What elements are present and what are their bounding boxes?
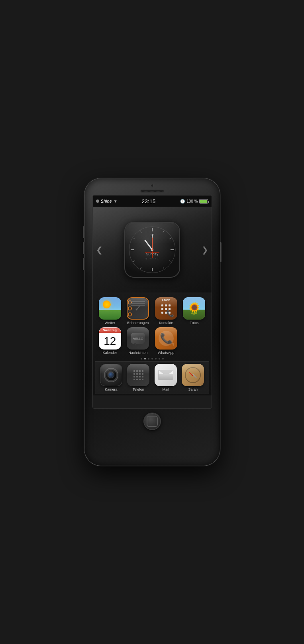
kontakte-top-label: ABCD [155, 299, 177, 302]
app-item-nachrichten[interactable]: HELLO Nachrichten [125, 327, 151, 355]
app-label-erinnerungen: Erinnerungen [127, 321, 149, 325]
alarm-icon: 🕐 [180, 199, 185, 203]
apps-grid: Wetter [95, 296, 209, 356]
phone-grid-dot [139, 370, 141, 372]
svg-line-6 [169, 238, 171, 239]
status-left: Shine ▼ [96, 199, 118, 203]
dock-grid: Kamera [97, 364, 208, 391]
page-dot-4 [151, 358, 153, 360]
phone-grid-dot [136, 373, 138, 375]
app-icon-kontakte: ABCD 📞 [155, 297, 177, 320]
envelope [158, 370, 173, 380]
app-icon-fotos: 🌻 [183, 297, 205, 320]
phone-grid-dot [139, 376, 141, 377]
clock-widget: 12 Sunday QUARTZ [124, 222, 180, 278]
app-icon-whatsapp: 📞 [155, 327, 177, 350]
phone-grid-dot [142, 376, 143, 377]
app-icon-nachrichten: HELLO [127, 327, 149, 350]
wetter-ground [99, 310, 121, 320]
page-dot-7 [162, 358, 164, 360]
speech-bubble: HELLO [131, 333, 145, 344]
phone-grid-dot [139, 373, 141, 375]
status-right: 🕐 100 % [180, 199, 208, 203]
apps-area: Wetter [93, 292, 212, 395]
app-label-wetter: Wetter [105, 321, 115, 325]
phone-grid-dot [136, 370, 138, 372]
app-item-whatsapp[interactable]: 📞 WhatsApp [153, 327, 180, 355]
phone-symbol: 📞 [166, 310, 174, 317]
app-icon-kalender: Sonntag 12 [99, 327, 121, 350]
app-label-nachrichten: Nachrichten [128, 351, 147, 355]
whatsapp-phone-icon: 📞 [160, 332, 173, 345]
page-dot-2 [144, 358, 146, 360]
page-dot-1 [141, 358, 142, 360]
app-icon-erinnerungen: ✓ [127, 297, 149, 320]
home-button-inner [147, 416, 158, 427]
camera-lens-inner [108, 372, 114, 378]
app-item-safari[interactable]: Safari [180, 364, 206, 391]
app-label-fotos: Fotos [190, 321, 199, 325]
calendar-number: 12 [99, 333, 121, 349]
carrier-name: Shine [101, 199, 112, 203]
widget-area: ❮ [93, 207, 212, 292]
phone-grid [133, 370, 143, 380]
app-item-kontakte[interactable]: ABCD 📞 [153, 297, 180, 325]
app-item-kamera[interactable]: Kamera [98, 364, 124, 391]
svg-line-11 [133, 238, 135, 239]
whatsapp-bubble: 📞 [159, 331, 174, 346]
app-icon-wetter [99, 297, 121, 320]
envelope-flap [159, 374, 173, 380]
phone-grid-dot [136, 376, 138, 377]
app-label-whatsapp: WhatsApp [158, 351, 175, 355]
k-dot [161, 312, 163, 314]
k-dot [169, 304, 171, 306]
home-button-area [143, 409, 161, 436]
clock-background: 12 Sunday QUARTZ [124, 222, 180, 278]
app-label-safari: Safari [188, 387, 198, 391]
phone-grid-dot [142, 370, 143, 372]
phone-grid-dot [133, 379, 135, 380]
svg-line-5 [163, 230, 164, 232]
app-label-kamera: Kamera [105, 387, 118, 391]
app-item-fotos[interactable]: 🌻 Fotos [181, 297, 208, 325]
checkmark-symbol: ✓ [134, 303, 141, 314]
phone-grid-dot [133, 370, 135, 372]
k-dot [161, 308, 163, 310]
dock-area: Kamera [95, 361, 209, 394]
clock-face: 12 Sunday QUARTZ [128, 226, 176, 274]
battery-fill [200, 200, 207, 203]
status-bar: Shine ▼ 23:15 🕐 100 % [93, 196, 212, 207]
home-button[interactable] [143, 413, 161, 430]
speaker-grille [140, 190, 164, 193]
app-item-mail[interactable]: Mail [153, 364, 179, 391]
camera-dot [151, 184, 154, 187]
k-dot [161, 304, 163, 306]
phone-grid-dot [133, 373, 135, 375]
calendar-header: Sonntag [99, 328, 121, 333]
app-item-telefon[interactable]: Telefon [126, 364, 151, 391]
app-item-erinnerungen[interactable]: ✓ Erinnerungen [125, 297, 151, 325]
app-label-telefon: Telefon [133, 387, 144, 391]
compass-needle-white [193, 374, 197, 378]
battery-icon [199, 199, 208, 203]
notepad-line [131, 301, 145, 302]
ring-2 [128, 306, 132, 310]
phone-device: Shine ▼ 23:15 🕐 100 % ❮ [84, 178, 220, 466]
sunflower-icon: 🌻 [187, 302, 202, 316]
phone-grid-dot [142, 373, 143, 375]
page-dot-3 [148, 358, 149, 360]
app-item-kalender[interactable]: Sonntag 12 Kalender [97, 327, 124, 355]
ring-3 [128, 312, 132, 316]
hello-text: HELLO [133, 337, 143, 340]
nav-right-arrow[interactable]: ❯ [202, 245, 208, 255]
phone-screen: Shine ▼ 23:15 🕐 100 % ❮ [92, 195, 212, 409]
phone-top-bar [84, 178, 220, 195]
svg-line-12 [140, 230, 141, 232]
phone-grid-dot [139, 379, 141, 380]
k-dot [165, 304, 167, 306]
wetter-sun [103, 300, 111, 308]
phone-grid-dot [142, 379, 143, 380]
app-item-wetter[interactable]: Wetter [97, 297, 124, 325]
camera-lens [105, 369, 118, 381]
nav-left-arrow[interactable]: ❮ [96, 245, 103, 255]
